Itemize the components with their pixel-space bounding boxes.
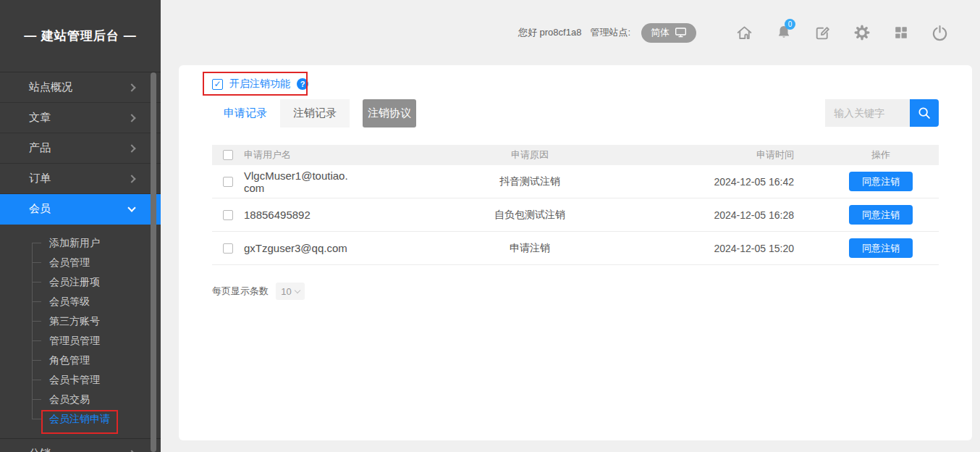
enable-cancellation-checkbox[interactable]: ✓ xyxy=(212,79,223,90)
submenu-item-admin-management[interactable]: 管理员管理 xyxy=(0,331,161,351)
cell-reason: 抖音测试注销 xyxy=(432,175,628,188)
tab-cancellation-records[interactable]: 注销记录 xyxy=(280,99,350,127)
home-button[interactable] xyxy=(735,23,754,43)
submenu-item-member-cancellation[interactable]: 会员注销申请 xyxy=(0,409,161,429)
cell-reason: 申请注销 xyxy=(432,242,628,255)
submenu-item-member-transactions[interactable]: 会员交易 xyxy=(0,390,161,409)
table-row: gxTzguser3@qq.com 申请注销 2024-12-05 15:20 … xyxy=(212,232,939,265)
sidebar-item-articles[interactable]: 文章 xyxy=(0,103,161,133)
sidebar-item-site-overview[interactable]: 站点概况 xyxy=(0,72,161,103)
chevron-right-icon xyxy=(127,114,135,122)
search-input[interactable] xyxy=(825,99,910,127)
sidebar-scrollbar[interactable] xyxy=(151,72,156,452)
sidebar-item-label: 文章 xyxy=(29,111,51,125)
agree-cancellation-button[interactable]: 同意注销 xyxy=(849,205,913,225)
pagination-bar: 每页显示条数 10 xyxy=(212,282,305,300)
edit-button[interactable] xyxy=(813,23,832,43)
sidebar-item-distribution[interactable]: 分销 xyxy=(0,438,161,452)
top-header: 您好 pro8cf1a8 管理站点: 简体 xyxy=(518,20,950,45)
sidebar-item-label: 分销 xyxy=(29,447,51,452)
submenu-item-member-cards[interactable]: 会员卡管理 xyxy=(0,370,161,390)
submenu-item-third-party-accounts[interactable]: 第三方账号 xyxy=(0,311,161,331)
managed-site-label: 管理站点: xyxy=(590,26,630,39)
page-size-value: 10 xyxy=(281,286,291,297)
language-label: 简体 xyxy=(651,26,669,39)
chevron-right-icon xyxy=(127,83,135,91)
page-size-select[interactable]: 10 xyxy=(276,282,305,300)
search-bar xyxy=(825,99,939,127)
sidebar-item-orders[interactable]: 订单 xyxy=(0,164,161,194)
cell-time: 2024-12-05 16:28 xyxy=(628,209,823,221)
cell-time: 2024-12-05 16:42 xyxy=(628,176,823,188)
column-header-username: 申请用户名 xyxy=(244,148,432,162)
sidebar: — 建站管理后台 — 站点概况 文章 产品 订单 会员 添加新用户 会员管理 会… xyxy=(0,0,161,452)
sidebar-item-label: 订单 xyxy=(29,172,51,185)
search-button[interactable] xyxy=(910,99,939,127)
app-title: — 建站管理后台 — xyxy=(0,0,161,72)
row-checkbox[interactable] xyxy=(223,177,233,187)
cancellation-toggle-row: ✓ 开启注销功能 ? xyxy=(212,78,308,91)
row-checkbox[interactable] xyxy=(223,210,233,220)
content-card: ✓ 开启注销功能 ? 申请记录 注销记录 注销协议 xyxy=(179,65,972,440)
cell-username: gxTzguser3@qq.com xyxy=(244,242,352,254)
submenu-item-role-management[interactable]: 角色管理 xyxy=(0,351,161,370)
agree-cancellation-button[interactable]: 同意注销 xyxy=(849,238,913,258)
logout-power-button[interactable] xyxy=(930,23,950,43)
tab-bar: 申请记录 注销记录 注销协议 xyxy=(211,99,416,127)
table-header-row: 申请用户名 申请原因 申请时间 操作 xyxy=(212,145,939,165)
app-window: — 建站管理后台 — 站点概况 文章 产品 订单 会员 添加新用户 会员管理 会… xyxy=(0,0,980,452)
notifications-button[interactable]: 0 xyxy=(774,23,793,43)
chevron-right-icon xyxy=(127,175,135,183)
tab-cancellation-agreement[interactable]: 注销协议 xyxy=(363,99,416,127)
settings-button[interactable] xyxy=(852,23,871,43)
submenu-item-member-management[interactable]: 会员管理 xyxy=(0,253,161,272)
help-icon[interactable]: ? xyxy=(297,78,308,90)
sidebar-item-label: 产品 xyxy=(29,141,51,155)
column-header-reason: 申请原因 xyxy=(432,148,628,162)
cell-username: VlgcMuser1@toutiao.com xyxy=(244,170,352,194)
apps-grid-button[interactable] xyxy=(891,23,911,43)
table-row: 18856495892 自负包测试注销 2024-12-05 16:28 同意注… xyxy=(212,198,939,232)
column-header-time: 申请时间 xyxy=(628,148,823,162)
members-submenu: 添加新用户 会员管理 会员注册项 会员等级 第三方账号 管理员管理 角色管理 会… xyxy=(0,233,161,429)
table-row: VlgcMuser1@toutiao.com 抖音测试注销 2024-12-05… xyxy=(212,165,939,198)
cell-time: 2024-12-05 15:20 xyxy=(628,243,823,254)
page-size-label: 每页显示条数 xyxy=(212,285,269,298)
monitor-icon xyxy=(675,27,687,38)
submenu-item-add-user[interactable]: 添加新用户 xyxy=(0,233,161,253)
tab-application-records[interactable]: 申请记录 xyxy=(211,99,280,127)
enable-cancellation-label: 开启注销功能 xyxy=(229,78,290,91)
search-icon xyxy=(917,106,932,120)
select-all-checkbox[interactable] xyxy=(223,150,233,160)
submenu-item-member-levels[interactable]: 会员等级 xyxy=(0,292,161,311)
sidebar-item-products[interactable]: 产品 xyxy=(0,133,161,164)
user-greeting: 您好 pro8cf1a8 xyxy=(518,26,581,39)
top-icon-group: 0 xyxy=(715,23,950,43)
cell-reason: 自负包测试注销 xyxy=(432,209,628,222)
agree-cancellation-button[interactable]: 同意注销 xyxy=(849,172,913,191)
chevron-down-icon xyxy=(127,204,135,212)
row-checkbox[interactable] xyxy=(223,243,233,254)
applications-table: 申请用户名 申请原因 申请时间 操作 VlgcMuser1@toutiao.co… xyxy=(212,145,939,265)
cell-username: 18856495892 xyxy=(244,209,352,221)
chevron-right-icon xyxy=(127,144,135,152)
language-site-pill[interactable]: 简体 xyxy=(641,23,696,43)
submenu-item-registration-fields[interactable]: 会员注册项 xyxy=(0,272,161,292)
sidebar-item-label: 会员 xyxy=(29,202,51,216)
chevron-down-icon xyxy=(294,287,300,293)
column-header-action: 操作 xyxy=(823,148,939,162)
notification-badge: 0 xyxy=(785,19,795,30)
sidebar-item-label: 站点概况 xyxy=(29,80,72,94)
sidebar-item-members[interactable]: 会员 xyxy=(0,194,161,225)
